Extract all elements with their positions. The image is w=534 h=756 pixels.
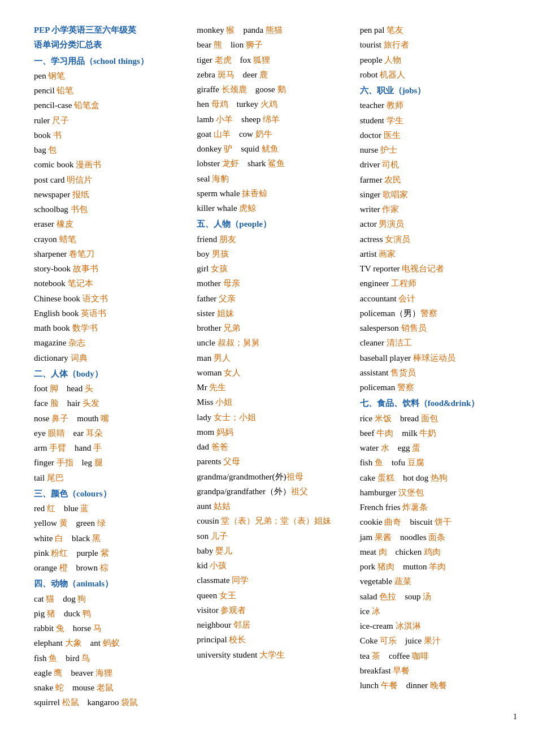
list-item: sperm whale 抹香鲸 (197, 186, 354, 201)
list-item: policeman 警察 (360, 380, 517, 395)
list-item: writer 作家 (360, 202, 517, 217)
list-item: robot 机器人 (360, 67, 517, 82)
list-item: parents 父母 (197, 454, 354, 469)
list-item: grandma/grandmother(外)祖母 (197, 469, 354, 484)
list-item: story-book 故事书 (34, 261, 191, 276)
page-number: 1 (513, 712, 517, 722)
section-heading-food: 七、食品、饮料（food&drink） (360, 396, 517, 411)
section-heading-body: 二、人体（body） (34, 366, 191, 381)
column-2: monkey 猴 panda 熊猫 bear 熊 lion 狮子 tiger 老… (197, 23, 359, 662)
list-item: woman 女人 (197, 365, 354, 380)
list-item: post card 明信片 (34, 172, 191, 187)
list-item: man 男人 (197, 351, 354, 365)
column-3: pen pal 笔友 tourist 旅行者 people 人物 robot 机… (360, 23, 517, 693)
section-heading-colours: 三、颜色（colours） (34, 486, 191, 501)
list-item: Chinese book 语文书 (34, 291, 191, 306)
list-item: magazine 杂志 (34, 335, 191, 350)
list-item: dad 爸爸 (197, 439, 354, 454)
list-item: doctor 医生 (360, 128, 517, 142)
list-item: uncle 叔叔；舅舅 (197, 335, 354, 350)
list-item: mom 妈妈 (197, 425, 354, 439)
list-item: eye 眼睛 ear 耳朵 (34, 426, 191, 440)
list-item: pencil-case 铅笔盒 (34, 98, 191, 113)
list-item: lobster 龙虾 shark 鲨鱼 (197, 156, 354, 171)
list-item: sister 姐妹 (197, 306, 354, 321)
list-item: eraser 橡皮 (34, 217, 191, 231)
list-item: Coke 可乐 juice 果汁 (360, 633, 517, 648)
list-item: visitor 参观者 (197, 603, 354, 617)
list-item: accountant 会计 (360, 291, 517, 306)
list-item: driver 司机 (360, 157, 517, 172)
list-item: salesperson 销售员 (360, 321, 517, 335)
list-item: cleaner 清洁工 (360, 335, 517, 350)
list-item: TV reporter 电视台记者 (360, 261, 517, 276)
list-item: zebra 斑马 deer 鹿 (197, 67, 354, 82)
list-item: salad 色拉 soup 汤 (360, 589, 517, 604)
list-item: newspaper 报纸 (34, 187, 191, 202)
list-item: pink 粉红 purple 紫 (34, 546, 191, 560)
list-item: university student 大学生 (197, 647, 354, 662)
list-item: killer whale 虎鲸 (197, 201, 354, 215)
list-item: comic book 漫画书 (34, 157, 191, 172)
list-item: people 人物 (360, 53, 517, 67)
list-item: actress 女演员 (360, 232, 517, 247)
list-item: rice 米饭 bread 面包 (360, 411, 517, 426)
list-item: fish 鱼 bird 鸟 (34, 651, 191, 666)
list-item: vegetable 蔬菜 (360, 574, 517, 589)
list-item: cat 猫 dog 狗 (34, 591, 191, 606)
list-item: lady 女士；小姐 (197, 410, 354, 425)
list-item: pen 钢笔 (34, 68, 191, 83)
section-heading-school: 一、学习用品（school things） (34, 54, 191, 68)
list-item: yellow 黄 green 绿 (34, 516, 191, 530)
list-item: foot 脚 head 头 (34, 381, 191, 396)
section-heading-animals: 四、动物（animals） (34, 576, 191, 591)
list-item: water 水 egg 蛋 (360, 440, 517, 455)
list-item: student 学生 (360, 113, 517, 128)
list-item: Miss 小姐 (197, 395, 354, 409)
list-item: girl 女孩 (197, 261, 354, 276)
list-item: mother 母亲 (197, 276, 354, 291)
list-item: hamburger 汉堡包 (360, 485, 517, 500)
list-item: ruler 尺子 (34, 113, 191, 128)
list-item: tail 尾巴 (34, 470, 191, 485)
list-item: neighbour 邻居 (197, 617, 354, 632)
list-item: ice 冰 (360, 604, 517, 619)
list-item: math book 数学书 (34, 321, 191, 335)
list-item: classmate 同学 (197, 573, 354, 587)
list-item: father 父亲 (197, 291, 354, 306)
list-item: English book 英语书 (34, 306, 191, 321)
list-item: tiger 老虎 fox 狐狸 (197, 53, 354, 67)
list-item: breakfast 早餐 (360, 663, 517, 678)
list-item: artist 画家 (360, 247, 517, 261)
list-item: giraffe 长颈鹿 goose 鹅 (197, 82, 354, 97)
list-item: squirrel 松鼠 kangaroo 袋鼠 (34, 695, 191, 710)
list-item: queen 女王 (197, 588, 354, 603)
list-item: farmer 农民 (360, 172, 517, 187)
list-item: grandpa/grandfather（外）祖父 (197, 484, 354, 499)
list-item: singer 歌唱家 (360, 187, 517, 202)
list-item: cousin 堂（表）兄弟；堂（表）姐妹 (197, 513, 354, 528)
list-item: pork 猪肉 mutton 羊肉 (360, 559, 517, 574)
list-item: arm 手臂 hand 手 (34, 440, 191, 455)
list-item: actor 男演员 (360, 217, 517, 231)
list-item: lunch 午餐 dinner 晚餐 (360, 678, 517, 693)
list-item: pen pal 笔友 (360, 23, 517, 37)
list-item: Mr 先生 (197, 380, 354, 395)
list-item: dictionary 词典 (34, 351, 191, 365)
list-item: cake 蛋糕 hot dog 热狗 (360, 470, 517, 485)
list-item: kid 小孩 (197, 558, 354, 573)
list-item: ice-cream 冰淇淋 (360, 619, 517, 633)
list-item: bag 包 (34, 142, 191, 157)
list-item: son 儿子 (197, 529, 354, 543)
list-item: French fries 炸薯条 (360, 500, 517, 515)
list-item: nurse 护士 (360, 142, 517, 157)
list-item: baby 婴儿 (197, 543, 354, 558)
list-item: sharpener 卷笔刀 (34, 247, 191, 261)
list-item: tourist 旅行者 (360, 37, 517, 52)
list-item: book 书 (34, 128, 191, 142)
list-item: brother 兄弟 (197, 321, 354, 335)
list-item: elephant 大象 ant 蚂蚁 (34, 636, 191, 650)
list-item: engineer 工程师 (360, 276, 517, 291)
list-item: baseball player 棒球运动员 (360, 351, 517, 365)
list-item: friend 朋友 (197, 232, 354, 247)
